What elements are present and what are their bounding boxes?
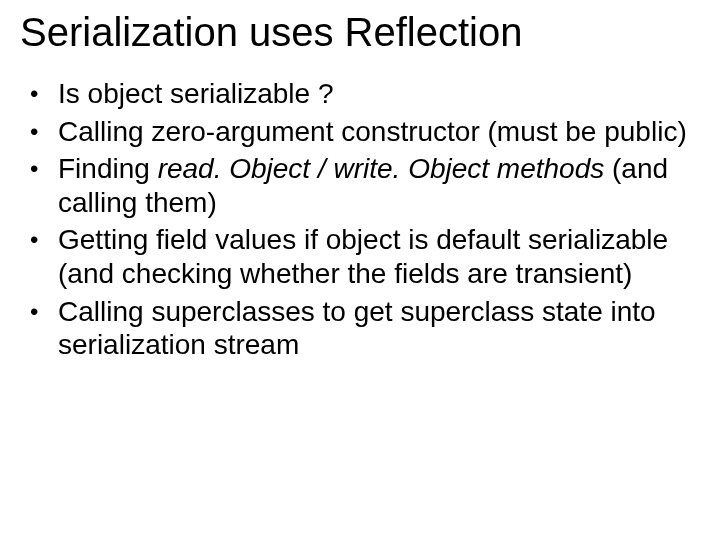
bullet-list: Is object serializable ? Calling zero-ar…: [20, 77, 700, 362]
slide: Serialization uses Reflection Is object …: [0, 0, 720, 540]
slide-title: Serialization uses Reflection: [20, 10, 700, 55]
bullet-text: Calling superclasses to get superclass s…: [58, 296, 656, 361]
bullet-text: Is object serializable ?: [58, 78, 333, 109]
list-item: Getting field values if object is defaul…: [30, 223, 700, 290]
bullet-emph: read. Object / write. Object methods: [158, 153, 605, 184]
list-item: Finding read. Object / write. Object met…: [30, 152, 700, 219]
list-item: Calling zero-argument constructor (must …: [30, 115, 700, 149]
bullet-text: Getting field values if object is defaul…: [58, 224, 668, 289]
list-item: Is object serializable ?: [30, 77, 700, 111]
bullet-text: Finding: [58, 153, 158, 184]
bullet-text: Calling zero-argument constructor (must …: [58, 116, 687, 147]
list-item: Calling superclasses to get superclass s…: [30, 295, 700, 362]
